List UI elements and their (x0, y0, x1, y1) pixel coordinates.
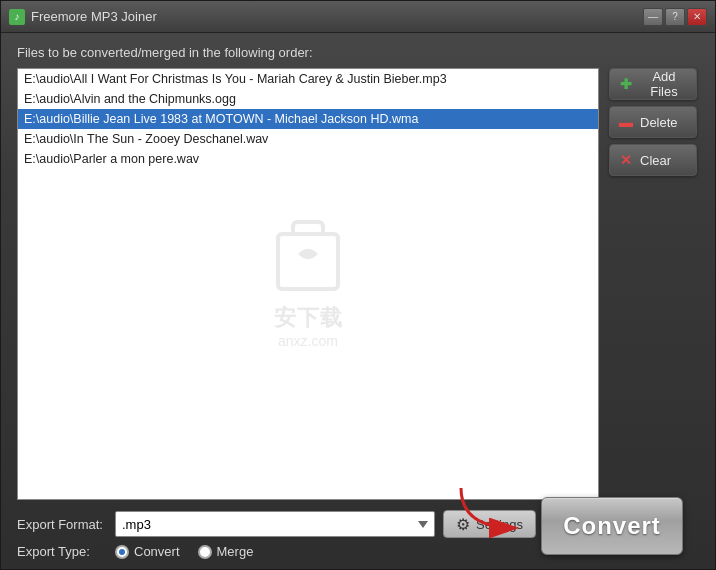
file-item[interactable]: E:\audio\All I Want For Christmas Is You… (18, 69, 598, 89)
help-button[interactable]: ? (665, 8, 685, 26)
export-type-label: Export Type: (17, 544, 107, 559)
convert-label: Convert (563, 512, 661, 540)
clear-label: Clear (640, 153, 671, 168)
file-item[interactable]: E:\audio\In The Sun - Zooey Deschanel.wa… (18, 129, 598, 149)
file-item[interactable]: E:\audio\Alvin and the Chipmunks.ogg (18, 89, 598, 109)
radio-convert-btn[interactable] (115, 545, 129, 559)
window-controls: — ? ✕ (643, 8, 707, 26)
watermark: 安下载 anxz.com (268, 219, 348, 349)
radio-merge[interactable]: Merge (198, 544, 254, 559)
settings-label: Settings (476, 517, 523, 532)
file-list[interactable]: E:\audio\All I Want For Christmas Is You… (17, 68, 599, 500)
convert-button[interactable]: Convert (541, 497, 683, 555)
add-files-button[interactable]: ✚ Add Files (609, 68, 697, 100)
watermark-icon (268, 219, 348, 299)
format-select[interactable]: .mp3 .wav .ogg .wma .aac .flac (115, 511, 435, 537)
svg-rect-0 (278, 234, 338, 289)
watermark-text: 安下载 (274, 303, 343, 333)
close-button[interactable]: ✕ (687, 8, 707, 26)
main-content: Files to be converted/merged in the foll… (1, 33, 715, 569)
radio-merge-btn[interactable] (198, 545, 212, 559)
x-icon: ✕ (618, 152, 634, 168)
settings-button[interactable]: ⚙ Settings (443, 510, 536, 538)
radio-convert-label: Convert (134, 544, 180, 559)
add-files-label: Add Files (640, 69, 688, 99)
svg-point-1 (303, 249, 313, 259)
minus-icon: ▬ (618, 114, 634, 130)
app-icon: ♪ (9, 9, 25, 25)
gear-icon: ⚙ (456, 515, 470, 534)
radio-merge-label: Merge (217, 544, 254, 559)
bottom-wrapper: Export Format: .mp3 .wav .ogg .wma .aac … (17, 500, 699, 569)
window-title: Freemore MP3 Joiner (31, 9, 643, 24)
radio-convert[interactable]: Convert (115, 544, 180, 559)
title-bar: ♪ Freemore MP3 Joiner — ? ✕ (1, 1, 715, 33)
file-item[interactable]: E:\audio\Parler a mon pere.wav (18, 149, 598, 169)
watermark-sub: anxz.com (278, 333, 338, 349)
plus-icon: ✚ (618, 76, 634, 92)
clear-button[interactable]: ✕ Clear (609, 144, 697, 176)
delete-button[interactable]: ▬ Delete (609, 106, 697, 138)
section-label: Files to be converted/merged in the foll… (17, 45, 699, 60)
minimize-button[interactable]: — (643, 8, 663, 26)
file-item-selected[interactable]: E:\audio\Billie Jean Live 1983 at MOTOWN… (18, 109, 598, 129)
sidebar-buttons: ✚ Add Files ▬ Delete ✕ Clear (609, 68, 699, 500)
export-format-label: Export Format: (17, 517, 107, 532)
app-window: ♪ Freemore MP3 Joiner — ? ✕ Files to be … (0, 0, 716, 570)
delete-label: Delete (640, 115, 678, 130)
files-area: E:\audio\All I Want For Christmas Is You… (17, 68, 699, 500)
